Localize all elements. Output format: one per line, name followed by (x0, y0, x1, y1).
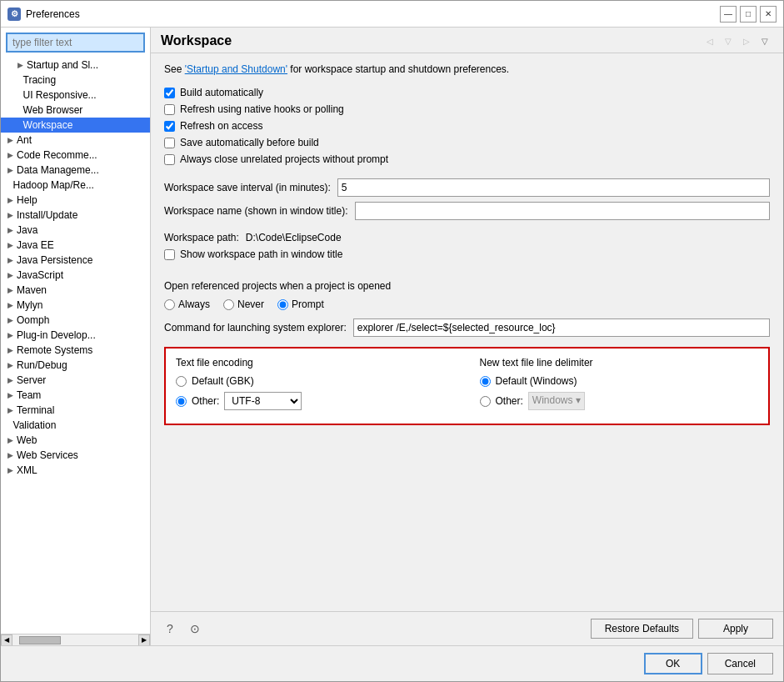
cancel-button[interactable]: Cancel (707, 653, 773, 674)
help-icon-button[interactable]: ? (161, 619, 179, 638)
sidebar-item-team[interactable]: ▶Team (1, 388, 150, 403)
sidebar-item-label: Team (17, 389, 41, 401)
sidebar-item-run_debug[interactable]: ▶Run/Debug (1, 358, 150, 373)
sidebar-item-maven[interactable]: ▶Maven (1, 283, 150, 298)
tree-arrow: ▶ (7, 316, 13, 324)
sidebar-item-workspace[interactable]: Workspace (1, 118, 150, 133)
sidebar-item-validation[interactable]: Validation (1, 418, 150, 433)
delimiter-other-radio[interactable] (480, 396, 491, 407)
never-option[interactable]: Never (223, 298, 264, 310)
always-option[interactable]: Always (164, 298, 210, 310)
startup-link[interactable]: 'Startup and Shutdown' (185, 63, 287, 75)
sidebar-item-help[interactable]: ▶Help (1, 193, 150, 208)
sidebar-item-java_persistence[interactable]: ▶Java Persistence (1, 253, 150, 268)
tree-arrow: ▶ (17, 61, 23, 69)
sidebar-item-terminal[interactable]: ▶Terminal (1, 403, 150, 418)
refresh_access-label: Refresh on access (180, 120, 262, 132)
help-icon: ? (167, 622, 173, 635)
sidebar-item-plug_in_dev[interactable]: ▶Plug-in Develop... (1, 328, 150, 343)
sidebar-item-code_recommender[interactable]: ▶Code Recomme... (1, 148, 150, 163)
forward-arrow-button[interactable]: ▽ (757, 33, 773, 49)
sidebar-item-remote_systems[interactable]: ▶Remote Systems (1, 343, 150, 358)
sidebar-item-install_update[interactable]: ▶Install/Update (1, 208, 150, 223)
settings-icon: ⊙ (190, 622, 200, 635)
save-interval-label: Workspace save interval (in minutes): (164, 182, 331, 193)
description-text: See 'Startup and Shutdown' for workspace… (164, 63, 770, 75)
minimize-button[interactable]: — (720, 6, 737, 23)
search-input[interactable] (6, 33, 145, 53)
back-button[interactable]: ◁ (702, 33, 718, 49)
encoding-select[interactable]: UTF-8 ISO-8859-1 US-ASCII UTF-16 UTF-16B… (224, 392, 302, 410)
build_auto-checkbox[interactable] (164, 88, 175, 98)
workspace-name-input[interactable] (355, 202, 770, 220)
command-label: Command for launching system explorer: (164, 322, 347, 333)
forward-button[interactable]: ▷ (738, 33, 755, 49)
restore-defaults-button[interactable]: Restore Defaults (591, 619, 693, 639)
sidebar-item-label: Hadoop Map/Re... (13, 179, 94, 191)
sidebar-item-hadoop[interactable]: Hadoop Map/Re... (1, 178, 150, 193)
refresh_native-label: Refresh using native hooks or polling (180, 103, 344, 115)
sidebar-item-label: Help (17, 194, 37, 206)
sidebar-item-web_services[interactable]: ▶Web Services (1, 448, 150, 463)
sidebar-item-web_browser[interactable]: Web Browser (1, 103, 150, 118)
sidebar-item-label: Server (17, 374, 46, 386)
sidebar-item-label: Java (17, 224, 37, 236)
settings-icon-button[interactable]: ⊙ (186, 619, 204, 638)
preferences-window: ⚙ Preferences — □ ✕ ▶Startup and Sl... T… (0, 0, 784, 682)
sidebar-item-label: Web Services (17, 449, 78, 461)
sidebar-item-tracing[interactable]: Tracing (1, 73, 150, 88)
sidebar-item-xml[interactable]: ▶XML (1, 463, 150, 478)
refresh_native-checkbox[interactable] (164, 104, 175, 115)
save-interval-input[interactable] (337, 178, 770, 197)
sidebar-item-label: Web (17, 434, 37, 446)
encoding-default-radio[interactable] (176, 376, 187, 387)
ok-button[interactable]: OK (644, 653, 702, 674)
command-input[interactable] (353, 318, 770, 337)
delimiter-default-radio[interactable] (480, 376, 491, 387)
horizontal-scrollbar[interactable] (12, 635, 138, 645)
content-body: See 'Startup and Shutdown' for workspace… (151, 53, 783, 611)
encoding-default-label: Default (GBK) (192, 375, 254, 387)
sidebar-item-ui_responsive[interactable]: UI Responsive... (1, 88, 150, 103)
sidebar-item-mylyn[interactable]: ▶Mylyn (1, 298, 150, 313)
tree-arrow: ▶ (7, 346, 13, 354)
sidebar-item-java_ee[interactable]: ▶Java EE (1, 238, 150, 253)
sidebar-item-server[interactable]: ▶Server (1, 373, 150, 388)
sidebar-item-web[interactable]: ▶Web (1, 433, 150, 448)
always_close-checkbox[interactable] (164, 154, 175, 165)
show-path-checkbox[interactable] (164, 249, 175, 260)
sidebar-item-ant[interactable]: ▶Ant (1, 133, 150, 148)
save_before_build-checkbox[interactable] (164, 138, 175, 148)
scroll-left-button[interactable]: ◀ (1, 634, 12, 646)
delimiter-other-row: Other: Windows ▾ (480, 392, 759, 410)
workspace-name-label: Workspace name (shown in window title): (164, 205, 348, 217)
tree-arrow: ▶ (7, 331, 13, 339)
refresh_access-checkbox[interactable] (164, 121, 175, 132)
sidebar-item-oomph[interactable]: ▶Oomph (1, 313, 150, 328)
prompt-radio[interactable] (277, 299, 288, 310)
page-title: Workspace (161, 33, 702, 48)
sidebar-item-label: XML (17, 464, 37, 476)
sidebar: ▶Startup and Sl... Tracing UI Responsive… (1, 28, 151, 645)
always-label: Always (178, 298, 210, 310)
sidebar-item-label: Maven (17, 284, 47, 296)
save_before_build-label: Save automatically before build (180, 137, 319, 148)
encoding-section: Text file encoding Default (GBK) Other: … (164, 347, 770, 425)
sidebar-item-label: Workspace (23, 119, 73, 131)
encoding-other-label: Other: (192, 395, 219, 407)
encoding-other-radio[interactable] (176, 396, 187, 407)
prompt-option[interactable]: Prompt (277, 298, 324, 310)
dialog-footer: OK Cancel (1, 645, 783, 681)
never-radio[interactable] (223, 299, 234, 310)
always-radio[interactable] (164, 299, 175, 310)
maximize-button[interactable]: □ (740, 6, 757, 23)
close-button[interactable]: ✕ (760, 6, 777, 23)
sidebar-item-java[interactable]: ▶Java (1, 223, 150, 238)
scroll-right-button[interactable]: ▶ (138, 634, 150, 646)
sidebar-item-startup[interactable]: ▶Startup and Sl... (1, 58, 150, 73)
back-arrow-button[interactable]: ▽ (720, 33, 737, 49)
apply-button[interactable]: Apply (698, 619, 773, 639)
sidebar-item-data_management[interactable]: ▶Data Manageme... (1, 163, 150, 178)
sidebar-item-javascript[interactable]: ▶JavaScript (1, 268, 150, 283)
delimiter-other-label: Other: (496, 395, 523, 407)
